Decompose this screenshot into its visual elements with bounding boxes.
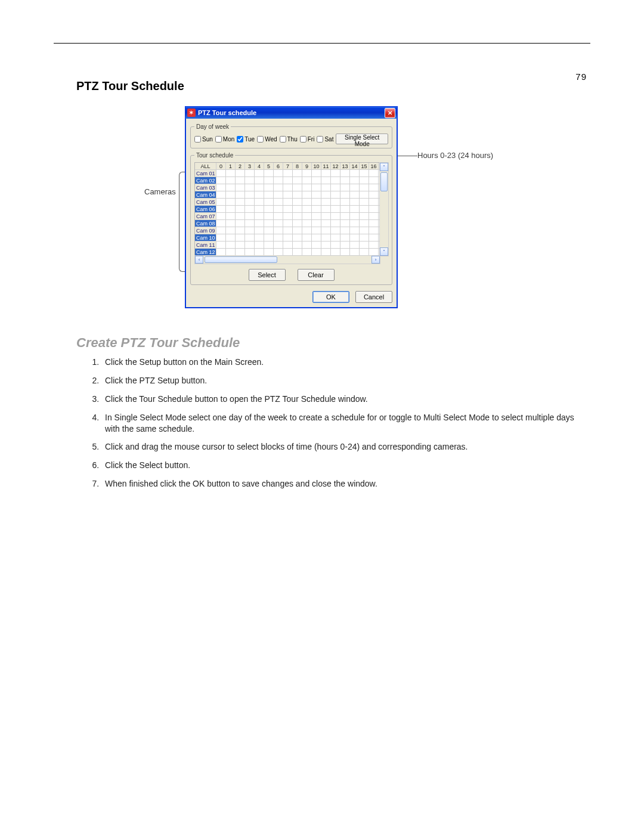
schedule-cell[interactable]	[340, 227, 350, 234]
schedule-cell[interactable]	[340, 199, 350, 206]
hour-header[interactable]: 14	[350, 163, 360, 170]
schedule-cell[interactable]	[350, 234, 360, 241]
schedule-cell[interactable]	[331, 191, 340, 199]
schedule-cell[interactable]	[245, 191, 255, 199]
schedule-cell[interactable]	[283, 170, 293, 177]
schedule-cell[interactable]	[302, 220, 312, 227]
schedule-cell[interactable]	[302, 227, 312, 234]
schedule-cell[interactable]	[369, 227, 379, 234]
schedule-cell[interactable]	[264, 213, 274, 220]
schedule-cell[interactable]	[340, 191, 350, 199]
schedule-cell[interactable]	[369, 206, 379, 213]
schedule-cell[interactable]	[264, 227, 274, 234]
schedule-cell[interactable]	[274, 177, 283, 184]
schedule-cell[interactable]	[236, 191, 245, 199]
schedule-cell[interactable]	[255, 213, 264, 220]
scroll-thumb[interactable]	[205, 256, 277, 263]
day-checkbox-sat[interactable]: Sat	[317, 136, 333, 143]
schedule-cell[interactable]	[274, 191, 283, 199]
checkbox[interactable]	[194, 136, 201, 143]
schedule-cell[interactable]	[264, 241, 274, 249]
schedule-cell[interactable]	[321, 170, 331, 177]
schedule-cell[interactable]	[293, 191, 302, 199]
select-mode-button[interactable]: Single Select Mode	[336, 134, 388, 144]
checkbox[interactable]	[215, 136, 222, 143]
schedule-cell[interactable]	[226, 213, 236, 220]
schedule-cell[interactable]	[369, 220, 379, 227]
schedule-cell[interactable]	[283, 220, 293, 227]
schedule-cell[interactable]	[245, 199, 255, 206]
hour-header[interactable]: 2	[236, 163, 245, 170]
schedule-cell[interactable]	[312, 220, 321, 227]
hour-header[interactable]: 0	[216, 163, 226, 170]
schedule-cell[interactable]	[226, 170, 236, 177]
close-button[interactable]: ✕	[385, 108, 395, 118]
schedule-cell[interactable]	[255, 184, 264, 191]
schedule-cell[interactable]	[321, 206, 331, 213]
schedule-cell[interactable]	[369, 191, 379, 199]
schedule-cell[interactable]	[340, 234, 350, 241]
schedule-cell[interactable]	[312, 191, 321, 199]
hour-header[interactable]: 12	[331, 163, 340, 170]
schedule-cell[interactable]	[331, 220, 340, 227]
hour-header[interactable]: 1	[226, 163, 236, 170]
schedule-cell[interactable]	[302, 249, 312, 256]
hour-header[interactable]: 11	[321, 163, 331, 170]
schedule-cell[interactable]	[245, 227, 255, 234]
schedule-cell[interactable]	[216, 227, 226, 234]
schedule-cell[interactable]	[264, 199, 274, 206]
schedule-cell[interactable]	[255, 241, 264, 249]
day-checkbox-fri[interactable]: Fri	[300, 136, 315, 143]
schedule-cell[interactable]	[236, 170, 245, 177]
schedule-cell[interactable]	[321, 249, 331, 256]
schedule-cell[interactable]	[312, 249, 321, 256]
checkbox[interactable]	[280, 136, 286, 143]
schedule-cell[interactable]	[293, 249, 302, 256]
schedule-cell[interactable]	[293, 227, 302, 234]
schedule-cell[interactable]	[245, 249, 255, 256]
schedule-cell[interactable]	[255, 177, 264, 184]
schedule-cell[interactable]	[321, 191, 331, 199]
checkbox[interactable]	[317, 136, 323, 143]
camera-row-header[interactable]: Cam 11	[195, 241, 216, 249]
schedule-cell[interactable]	[360, 234, 369, 241]
schedule-cell[interactable]	[264, 177, 274, 184]
schedule-cell[interactable]	[236, 177, 245, 184]
schedule-cell[interactable]	[350, 177, 360, 184]
schedule-cell[interactable]	[321, 220, 331, 227]
schedule-cell[interactable]	[245, 213, 255, 220]
schedule-cell[interactable]	[312, 206, 321, 213]
hour-header[interactable]: 5	[264, 163, 274, 170]
schedule-cell[interactable]	[350, 213, 360, 220]
schedule-cell[interactable]	[283, 177, 293, 184]
schedule-cell[interactable]	[216, 213, 226, 220]
schedule-cell[interactable]	[340, 220, 350, 227]
camera-row-header[interactable]: Cam 10	[195, 234, 216, 241]
schedule-cell[interactable]	[350, 227, 360, 234]
schedule-cell[interactable]	[302, 191, 312, 199]
schedule-cell[interactable]	[255, 227, 264, 234]
schedule-cell[interactable]	[360, 206, 369, 213]
camera-row-header[interactable]: Cam 07	[195, 213, 216, 220]
select-button[interactable]: Select	[249, 269, 286, 281]
schedule-cell[interactable]	[331, 170, 340, 177]
schedule-cell[interactable]	[226, 241, 236, 249]
schedule-cell[interactable]	[264, 249, 274, 256]
schedule-cell[interactable]	[312, 241, 321, 249]
schedule-cell[interactable]	[340, 206, 350, 213]
schedule-cell[interactable]	[293, 241, 302, 249]
schedule-cell[interactable]	[340, 184, 350, 191]
schedule-cell[interactable]	[340, 213, 350, 220]
schedule-cell[interactable]	[331, 184, 340, 191]
camera-row-header[interactable]: Cam 05	[195, 199, 216, 206]
hour-header[interactable]: 4	[255, 163, 264, 170]
schedule-cell[interactable]	[331, 249, 340, 256]
schedule-cell[interactable]	[226, 199, 236, 206]
schedule-cell[interactable]	[236, 220, 245, 227]
schedule-cell[interactable]	[236, 234, 245, 241]
schedule-cell[interactable]	[236, 227, 245, 234]
schedule-cell[interactable]	[245, 184, 255, 191]
schedule-cell[interactable]	[331, 227, 340, 234]
schedule-cell[interactable]	[255, 170, 264, 177]
schedule-cell[interactable]	[350, 184, 360, 191]
